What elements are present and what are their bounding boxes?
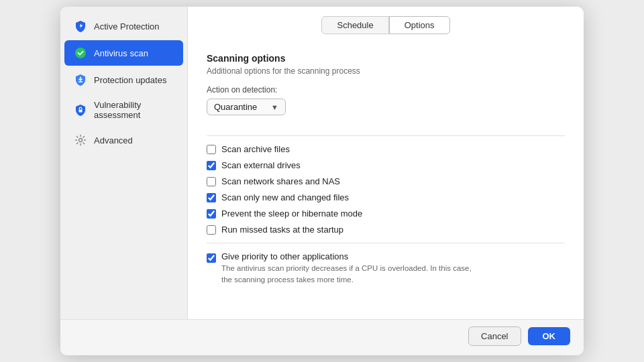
sidebar-item-vulnerability-assessment[interactable]: Vulnerability assessment (64, 94, 183, 126)
svg-rect-2 (79, 110, 83, 113)
tab-options[interactable]: Options (389, 16, 450, 34)
checkbox-run-missed-label: Run missed tasks at the startup (221, 225, 343, 235)
checkbox-prevent-sleep[interactable]: Prevent the sleep or hibernate mode (207, 208, 565, 219)
checkbox-run-missed[interactable]: Run missed tasks at the startup (207, 225, 565, 235)
action-select-wrapper[interactable]: Quarantine Delete Ignore ▼ (207, 99, 286, 115)
checkbox-run-missed-input[interactable] (207, 225, 216, 235)
checkbox-scan-network-input[interactable] (207, 177, 216, 186)
gear-icon (74, 133, 87, 147)
sidebar-item-protection-updates[interactable]: Protection updates (64, 67, 183, 93)
check-shield-icon (74, 46, 87, 60)
checkbox-give-priority-input[interactable] (207, 253, 216, 263)
give-priority-section: Give priority to other applications The … (207, 251, 565, 286)
action-label: Action on detection: (207, 85, 565, 95)
checkbox-give-priority[interactable]: Give priority to other applications The … (207, 251, 565, 286)
checkbox-scan-network-label: Scan network shares and NAS (221, 176, 340, 186)
checkbox-scan-new-changed[interactable]: Scan only new and changed files (207, 192, 565, 202)
ok-button[interactable]: OK (528, 327, 571, 345)
checkbox-group: Scan archive files Scan external drives … (207, 144, 565, 235)
checkbox-scan-external-label: Scan external drives (221, 160, 301, 170)
main-window: Active Protection Antivirus scan (60, 7, 584, 355)
checkbox-scan-new-changed-label: Scan only new and changed files (221, 192, 349, 202)
cancel-button[interactable]: Cancel (468, 326, 521, 346)
action-select[interactable]: Quarantine Delete Ignore (214, 102, 268, 112)
footer: Cancel OK (60, 319, 584, 355)
checkbox-scan-archive-label: Scan archive files (221, 144, 290, 154)
checkbox-scan-new-changed-input[interactable] (207, 193, 216, 202)
tab-bar: Schedule Options (188, 7, 584, 41)
divider-1 (207, 135, 565, 136)
lock-shield-icon (74, 103, 87, 117)
sidebar-item-label: Antivirus scan (94, 48, 148, 58)
svg-point-0 (75, 48, 86, 58)
sidebar-item-advanced[interactable]: Advanced (64, 127, 183, 153)
give-priority-main-label: Give priority to other applications (221, 251, 472, 261)
sidebar-item-antivirus-scan[interactable]: Antivirus scan (64, 40, 183, 66)
checkbox-scan-archive[interactable]: Scan archive files (207, 144, 565, 154)
content-area: Scanning options Additional options for … (188, 41, 584, 319)
bolt-shield-icon (74, 19, 87, 33)
checkbox-prevent-sleep-label: Prevent the sleep or hibernate mode (221, 208, 362, 219)
sidebar-item-label: Advanced (94, 135, 133, 145)
main-content: Schedule Options Scanning options Additi… (188, 7, 584, 319)
divider-2 (207, 243, 565, 243)
sidebar: Active Protection Antivirus scan (60, 7, 188, 319)
section-title: Scanning options (207, 53, 565, 64)
give-priority-text: Give priority to other applications The … (221, 251, 472, 286)
checkbox-scan-external-input[interactable] (207, 161, 216, 170)
select-arrow-icon: ▼ (271, 103, 278, 111)
checkbox-scan-external[interactable]: Scan external drives (207, 160, 565, 170)
sidebar-item-label: Active Protection (94, 21, 160, 32)
checkbox-scan-network[interactable]: Scan network shares and NAS (207, 176, 565, 186)
section-subtitle: Additional options for the scanning proc… (207, 66, 565, 76)
svg-point-3 (79, 139, 83, 142)
give-priority-desc: The antivirus scan priority decreases if… (221, 263, 472, 286)
checkbox-scan-archive-input[interactable] (207, 145, 216, 154)
checkbox-prevent-sleep-input[interactable] (207, 209, 216, 219)
tab-schedule[interactable]: Schedule (321, 16, 388, 34)
sidebar-item-label: Vulnerability assessment (94, 100, 174, 120)
sidebar-item-active-protection[interactable]: Active Protection (64, 13, 183, 39)
sidebar-item-label: Protection updates (94, 75, 166, 85)
download-shield-icon (74, 73, 87, 86)
